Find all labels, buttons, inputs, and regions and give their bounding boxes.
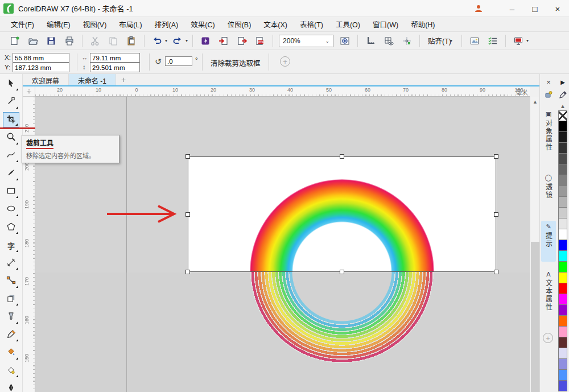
- export-icon[interactable]: [234, 34, 249, 48]
- pick-tool[interactable]: [3, 76, 19, 92]
- show-rulers-icon[interactable]: [363, 34, 378, 48]
- export-pdf-icon[interactable]: PDF: [253, 34, 267, 48]
- crop-handle[interactable]: [494, 154, 498, 159]
- swatch-808080[interactable]: [558, 175, 567, 186]
- swatch-cccccc[interactable]: [558, 208, 567, 218]
- account-icon[interactable]: [471, 2, 486, 15]
- snap-to-menu[interactable]: 贴齐(T) ▾: [423, 34, 458, 48]
- horizontal-ruler[interactable]: 20100102030405060708090100毫米: [35, 86, 530, 97]
- crop-handle[interactable]: [185, 270, 190, 274]
- interactive-fill-tool[interactable]: [3, 345, 19, 361]
- swatch-ffffff[interactable]: [558, 229, 567, 240]
- show-grid-icon[interactable]: [381, 34, 396, 48]
- swatch-5e2c2c[interactable]: [558, 337, 567, 348]
- docker-tab-object-properties[interactable]: ▣对象属性: [541, 108, 556, 167]
- swatch-8f8fe0[interactable]: [558, 359, 567, 370]
- swatch-ff9ecb[interactable]: [558, 327, 567, 337]
- scroll-up-icon[interactable]: ▲: [530, 97, 540, 106]
- swatch-999999[interactable]: [558, 186, 567, 197]
- scrollbar-thumb[interactable]: [531, 242, 539, 392]
- menu-item-0[interactable]: 文件(F): [5, 16, 40, 32]
- document-tab-1[interactable]: 未命名 -1: [69, 74, 116, 85]
- swatch-dcdcf5[interactable]: [558, 348, 567, 359]
- color-eyedropper-tool[interactable]: [3, 327, 19, 343]
- ruler-origin[interactable]: [23, 86, 35, 97]
- menu-item-8[interactable]: 表格(T): [294, 16, 329, 32]
- object-styles-icon[interactable]: [485, 34, 500, 48]
- swatch-666666[interactable]: [558, 164, 567, 175]
- docker-close-icon[interactable]: ×: [542, 76, 555, 88]
- minimize-button[interactable]: –: [501, 0, 523, 17]
- menu-item-7[interactable]: 文本(X): [257, 16, 294, 32]
- clear-crop-marquee-button[interactable]: 清除裁剪选取框: [205, 56, 266, 68]
- menu-item-6[interactable]: 位图(B): [221, 16, 258, 32]
- object-width-input[interactable]: [90, 53, 140, 63]
- paste-icon[interactable]: [124, 34, 139, 48]
- import-icon[interactable]: [216, 34, 231, 48]
- swatch-4d4d4d[interactable]: [558, 154, 567, 164]
- menu-item-11[interactable]: 帮助(H): [405, 16, 441, 32]
- copy-icon[interactable]: [106, 34, 121, 48]
- swatch-1a1a1a[interactable]: [558, 132, 567, 143]
- cut-icon[interactable]: [88, 34, 102, 48]
- crop-tool[interactable]: [3, 112, 19, 127]
- docker-tab-hints[interactable]: ✎提示: [541, 221, 556, 262]
- y-position-input[interactable]: [13, 63, 69, 72]
- transparency-tool[interactable]: [3, 310, 19, 325]
- palette-flyout-icon[interactable]: ▶: [556, 76, 569, 88]
- docker-tab-text-properties[interactable]: A文本属性: [541, 269, 556, 325]
- rotation-angle-input[interactable]: [165, 56, 192, 66]
- zoom-tool[interactable]: [3, 130, 19, 146]
- object-height-input[interactable]: [90, 63, 140, 72]
- outline-pen-tool[interactable]: [3, 381, 19, 392]
- redo-icon[interactable]: [170, 34, 185, 48]
- text-tool[interactable]: 字: [3, 238, 19, 253]
- crop-handle[interactable]: [340, 154, 344, 159]
- fit-view-icon[interactable]: [337, 34, 352, 48]
- swatch-b3b3b3[interactable]: [558, 197, 567, 208]
- zoom-level-combo[interactable]: 200%⌄: [279, 35, 333, 47]
- swatch-00ffff[interactable]: [558, 251, 567, 262]
- artistic-media-tool[interactable]: [3, 166, 19, 181]
- open-folder-icon[interactable]: [26, 34, 40, 48]
- docker-options-icon[interactable]: [542, 89, 555, 100]
- swatch-333333[interactable]: [558, 143, 567, 154]
- ellipse-tool[interactable]: [3, 202, 19, 217]
- menu-item-9[interactable]: 工具(O): [329, 16, 366, 32]
- menu-item-5[interactable]: 效果(C): [184, 16, 221, 32]
- palette-eyedropper-icon[interactable]: [556, 89, 569, 100]
- swatch-000000[interactable]: [558, 121, 567, 132]
- swatch-ffff00[interactable]: [558, 273, 567, 283]
- close-button[interactable]: ×: [546, 0, 569, 17]
- menu-item-4[interactable]: 排列(A): [149, 16, 185, 32]
- swatch-00ff00[interactable]: [558, 262, 567, 273]
- crop-handle[interactable]: [494, 270, 498, 274]
- vertical-scrollbar[interactable]: ▲: [530, 97, 539, 392]
- crop-handle[interactable]: [185, 154, 190, 159]
- swatch-no-color[interactable]: [558, 110, 567, 121]
- smart-fill-tool[interactable]: [3, 363, 19, 378]
- swatch-ff6600[interactable]: [558, 316, 567, 327]
- maximize-button[interactable]: □: [523, 0, 546, 17]
- app-launcher-icon[interactable]: [511, 34, 526, 48]
- swatch-e6e6e6[interactable]: [558, 218, 567, 229]
- shape-tool[interactable]: [3, 94, 19, 110]
- x-position-input[interactable]: [13, 53, 69, 63]
- rectangle-tool[interactable]: [3, 184, 19, 199]
- connector-tool[interactable]: [3, 274, 19, 289]
- new-document-icon[interactable]: [7, 34, 22, 48]
- swatch-ff00ff[interactable]: [558, 294, 567, 305]
- new-document-tab-button[interactable]: +: [116, 74, 131, 85]
- polygon-tool[interactable]: [3, 220, 19, 235]
- document-tab-0[interactable]: 欢迎屏幕: [23, 74, 69, 85]
- search-content-icon[interactable]: [198, 34, 213, 48]
- swatch-9900cc[interactable]: [558, 305, 567, 316]
- print-icon[interactable]: [62, 34, 77, 48]
- menu-item-1[interactable]: 编辑(E): [40, 16, 77, 32]
- palette-scroll-up-icon[interactable]: ▲: [556, 100, 569, 112]
- snap-options-icon[interactable]: [399, 34, 414, 48]
- swatch-0000ff[interactable]: [558, 240, 567, 251]
- image-adjust-icon[interactable]: [467, 34, 482, 48]
- swatch-4d94ff[interactable]: [558, 370, 567, 381]
- drop-shadow-tool[interactable]: [3, 291, 19, 307]
